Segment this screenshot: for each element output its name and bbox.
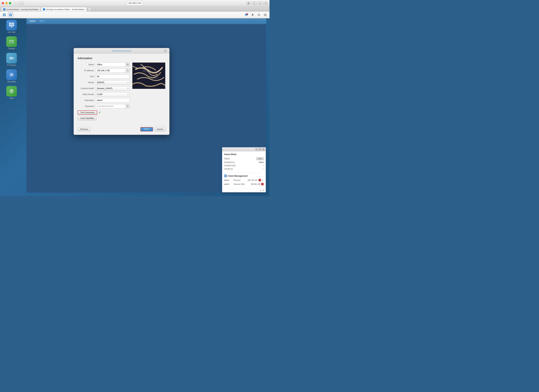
svg-rect-39 (127, 65, 127, 65)
add-camera-wizard-dialog: Add Camera Wizard ✕ Information Name: (74, 48, 169, 135)
ip-field-wrapper (96, 68, 130, 73)
svg-point-41 (127, 70, 128, 71)
ip-input[interactable] (96, 68, 126, 73)
port-input[interactable] (96, 74, 130, 79)
svg-rect-40 (128, 65, 129, 65)
form-row-port: Port: (78, 74, 130, 79)
camera-model-label: Camera model: (78, 87, 96, 90)
svg-rect-38 (128, 64, 129, 64)
dialog-titlebar: Add Camera Wizard ✕ (74, 48, 169, 53)
password-input[interactable] (96, 104, 126, 108)
form-row-ip: IP address: (78, 68, 130, 73)
connection-success-icon: ✓ (99, 111, 101, 114)
svg-line-42 (128, 71, 129, 72)
finish-button[interactable]: Finish (140, 127, 153, 131)
video-format-select-wrapper: H.264 H.265 MJPEG ▼ (96, 92, 130, 96)
dialog-section-title: Information (78, 57, 165, 60)
password-field-wrapper (96, 104, 130, 108)
camera-model-select[interactable]: [Generic_ONVIF] Custom (96, 86, 130, 91)
load-capability-button[interactable]: Load Capability (78, 116, 96, 120)
brand-select-wrapper: [ONVIF] Axis Hikvision ▼ (96, 80, 130, 85)
ip-label: IP address: (78, 69, 96, 72)
name-field-wrapper (96, 62, 130, 67)
test-connection-button[interactable]: Test Connection (78, 110, 97, 115)
dialog-body: Information Name: (74, 53, 169, 124)
dialog-title: Add Camera Wizard (79, 50, 164, 52)
camera-preview-image (132, 63, 165, 89)
dialog-content: Name: IP address: (78, 62, 165, 120)
svg-rect-37 (127, 64, 127, 64)
form-row-camera-model: Camera model: [Generic_ONVIF] Custom ▼ (78, 86, 130, 91)
form-row-password: Password: (78, 104, 130, 108)
previous-button[interactable]: Previous (78, 127, 91, 131)
dialog-overlay: Add Camera Wizard ✕ Information Name: (0, 0, 270, 196)
name-input[interactable] (96, 62, 126, 67)
name-icon[interactable] (126, 62, 130, 67)
dialog-footer: Previous Finish Cancel (74, 125, 169, 135)
svg-point-45 (142, 69, 149, 72)
port-label: Port: (78, 75, 96, 78)
form-row-username: Username: (78, 98, 130, 102)
dialog-close-button[interactable]: ✕ (164, 49, 167, 52)
form-row-brand: Brand: [ONVIF] Axis Hikvision ▼ (78, 80, 130, 85)
form-row-name: Name: (78, 62, 130, 67)
camera-model-select-wrapper: [Generic_ONVIF] Custom ▼ (96, 86, 130, 91)
footer-right-buttons: Finish Cancel (140, 127, 165, 131)
cancel-button[interactable]: Cancel (154, 127, 165, 131)
password-label: Password: (78, 105, 96, 107)
svg-point-46 (153, 76, 158, 79)
load-capability-row: Load Capability (78, 116, 130, 120)
username-label: Username: (78, 99, 96, 101)
video-format-label: Video format: (78, 93, 96, 96)
camera-preview (132, 62, 165, 89)
password-icon[interactable] (126, 104, 130, 108)
dialog-form: Name: IP address: (78, 62, 130, 120)
form-row-video-format: Video format: H.264 H.265 MJPEG ▼ (78, 92, 130, 96)
svg-point-43 (127, 105, 128, 106)
name-label: Name: (78, 63, 96, 66)
username-input[interactable] (96, 98, 130, 102)
brand-label: Brand: (78, 81, 96, 84)
video-format-select[interactable]: H.264 H.265 MJPEG (96, 92, 130, 96)
brand-select[interactable]: [ONVIF] Axis Hikvision (96, 80, 130, 85)
ip-search-icon[interactable] (126, 68, 130, 73)
form-actions: Test Connection ✓ (78, 110, 130, 115)
